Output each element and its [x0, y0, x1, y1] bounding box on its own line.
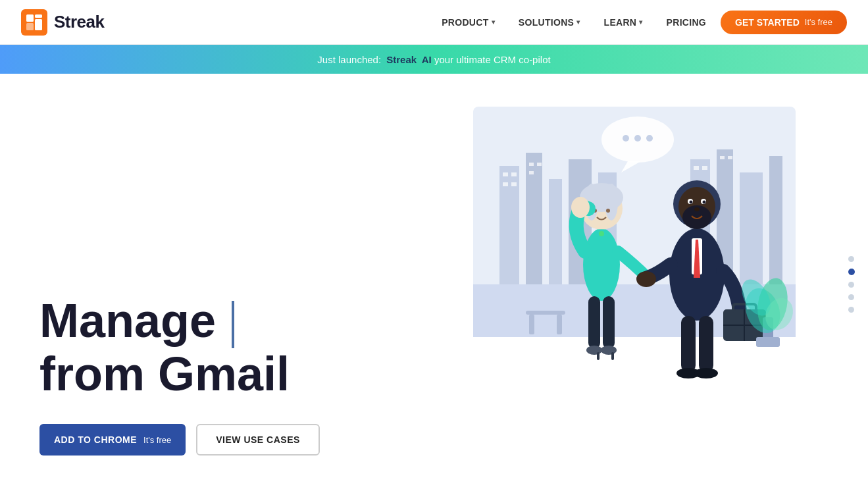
svg-rect-49 — [597, 352, 600, 360]
logo-area[interactable]: Streak — [21, 9, 105, 36]
svg-point-48 — [601, 346, 617, 355]
banner-brand: Streak — [384, 54, 417, 65]
svg-point-43 — [599, 231, 604, 236]
view-use-cases-button[interactable]: VIEW USE CASES — [196, 424, 320, 456]
svg-rect-25 — [728, 156, 732, 159]
svg-point-59 — [690, 201, 693, 204]
navbar: Streak PRODUCT ▾ SOLUTIONS ▾ LEARN ▾ PRI… — [0, 0, 868, 45]
illustration-svg — [460, 87, 829, 469]
svg-rect-50 — [611, 352, 614, 360]
chevron-down-icon: ▾ — [639, 18, 642, 26]
svg-rect-18 — [511, 182, 517, 186]
svg-rect-45 — [588, 296, 600, 349]
streak-logo-icon — [21, 9, 47, 36]
banner-suffix: your ultimate CRM co-pilot — [434, 54, 551, 65]
logo-text: Streak — [54, 12, 105, 32]
svg-point-33 — [634, 135, 641, 142]
svg-point-44 — [571, 197, 590, 218]
page-dot-3[interactable] — [848, 282, 854, 288]
svg-rect-21 — [529, 171, 534, 174]
svg-rect-68 — [699, 316, 713, 372]
svg-point-32 — [623, 135, 629, 142]
svg-rect-8 — [549, 179, 562, 284]
add-to-chrome-button[interactable]: ADD TO CHROME It's free — [39, 424, 186, 456]
hero-heading-line1: Manage — [39, 294, 216, 347]
svg-point-70 — [694, 368, 718, 378]
svg-point-61 — [694, 207, 700, 211]
svg-rect-46 — [603, 296, 615, 349]
hero-heading-line2: from Gmail — [39, 348, 290, 400]
nav-item-product[interactable]: PRODUCT ▾ — [432, 12, 504, 33]
svg-rect-23 — [702, 166, 707, 170]
svg-rect-17 — [503, 182, 508, 186]
get-started-button[interactable]: GET STARTED It's free — [721, 11, 847, 34]
svg-point-62 — [636, 271, 656, 287]
svg-rect-28 — [529, 315, 534, 334]
svg-rect-2 — [35, 14, 42, 18]
svg-rect-19 — [529, 163, 534, 166]
svg-rect-24 — [720, 156, 725, 159]
page-dot-1[interactable] — [848, 256, 854, 262]
svg-rect-27 — [526, 311, 565, 315]
svg-point-41 — [606, 209, 610, 213]
hero-illustration — [460, 87, 829, 469]
svg-point-60 — [703, 201, 706, 204]
svg-rect-1 — [26, 14, 34, 22]
svg-rect-20 — [537, 163, 542, 166]
hero-buttons: ADD TO CHROME It's free VIEW USE CASES — [39, 424, 320, 456]
svg-point-34 — [646, 135, 653, 142]
page-dot-4[interactable] — [848, 294, 854, 300]
svg-rect-14 — [769, 156, 782, 284]
svg-rect-4 — [35, 19, 42, 30]
svg-rect-13 — [740, 172, 763, 284]
svg-rect-22 — [694, 166, 699, 170]
svg-rect-7 — [526, 153, 542, 284]
nav-item-learn[interactable]: LEARN ▾ — [595, 12, 652, 33]
hero-content-left: Manage from Gmail ADD TO CHROME It's fre… — [39, 295, 320, 456]
announcement-banner[interactable]: Just launched: Streak AI your ultimate C… — [0, 45, 868, 74]
hero-section: Manage from Gmail ADD TO CHROME It's fre… — [0, 74, 868, 495]
chevron-down-icon: ▾ — [492, 18, 495, 26]
banner-ai: AI — [419, 54, 434, 65]
nav-links: PRODUCT ▾ SOLUTIONS ▾ LEARN ▾ PRICING GE… — [432, 11, 847, 34]
page-dots — [848, 256, 855, 313]
svg-point-47 — [586, 346, 602, 355]
svg-point-39 — [605, 184, 618, 221]
svg-point-35 — [583, 228, 620, 301]
cursor-bar — [232, 301, 234, 348]
svg-rect-15 — [503, 172, 508, 176]
svg-rect-67 — [681, 316, 696, 372]
svg-rect-0 — [21, 9, 47, 36]
nav-item-pricing[interactable]: PRICING — [657, 12, 715, 33]
svg-rect-72 — [756, 337, 780, 347]
page-dot-5[interactable] — [848, 307, 854, 313]
page-dot-2[interactable] — [848, 269, 855, 275]
svg-rect-3 — [26, 23, 34, 30]
nav-item-solutions[interactable]: SOLUTIONS ▾ — [509, 12, 590, 33]
svg-rect-29 — [557, 315, 562, 334]
svg-rect-16 — [511, 172, 517, 176]
hero-heading: Manage from Gmail — [39, 295, 320, 400]
banner-prefix: Just launched: — [317, 54, 381, 65]
chevron-down-icon: ▾ — [576, 18, 580, 26]
